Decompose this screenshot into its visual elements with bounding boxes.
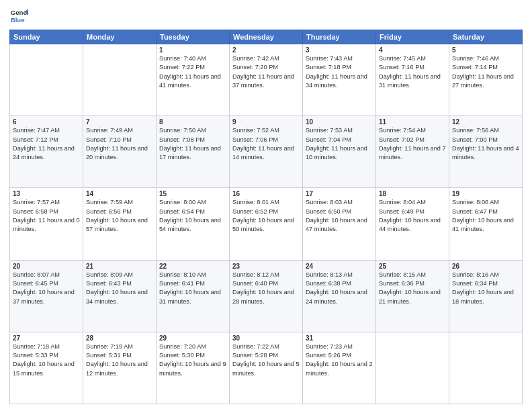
- day-number: 10: [306, 118, 373, 126]
- calendar-cell: 19Sunrise: 8:06 AMSunset: 6:47 PMDayligh…: [449, 188, 523, 260]
- calendar-cell: 30Sunrise: 7:22 AMSunset: 5:28 PMDayligh…: [230, 332, 303, 404]
- calendar-cell: 6Sunrise: 7:47 AMSunset: 7:12 PMDaylight…: [10, 116, 83, 188]
- day-number: 11: [379, 118, 446, 126]
- week-row-1: 1Sunrise: 7:40 AMSunset: 7:22 PMDaylight…: [10, 44, 523, 116]
- calendar: SundayMondayTuesdayWednesdayThursdayFrid…: [9, 30, 523, 404]
- calendar-cell: 2Sunrise: 7:42 AMSunset: 7:20 PMDaylight…: [230, 44, 303, 116]
- calendar-cell: 26Sunrise: 8:16 AMSunset: 6:34 PMDayligh…: [449, 260, 523, 332]
- calendar-cell: 10Sunrise: 7:53 AMSunset: 7:04 PMDayligh…: [303, 116, 376, 188]
- day-info: Sunrise: 7:54 AMSunset: 7:02 PMDaylight:…: [379, 126, 446, 162]
- calendar-cell: 18Sunrise: 8:04 AMSunset: 6:49 PMDayligh…: [376, 188, 449, 260]
- day-info: Sunrise: 7:23 AMSunset: 5:26 PMDaylight:…: [306, 342, 373, 378]
- calendar-cell: 20Sunrise: 8:07 AMSunset: 6:45 PMDayligh…: [10, 260, 83, 332]
- day-number: 5: [452, 46, 519, 54]
- weekday-header-saturday: Saturday: [449, 30, 523, 44]
- header: General Blue: [9, 7, 523, 26]
- day-info: Sunrise: 8:12 AMSunset: 6:40 PMDaylight:…: [232, 271, 300, 306]
- calendar-cell: 31Sunrise: 7:23 AMSunset: 5:26 PMDayligh…: [303, 332, 376, 404]
- day-number: 17: [306, 190, 373, 197]
- day-number: 13: [13, 190, 80, 197]
- day-info: Sunrise: 7:59 AMSunset: 6:56 PMDaylight:…: [86, 198, 153, 234]
- logo-icon: General Blue: [9, 7, 28, 26]
- day-info: Sunrise: 7:57 AMSunset: 6:58 PMDaylight:…: [13, 198, 80, 234]
- calendar-cell: 13Sunrise: 7:57 AMSunset: 6:58 PMDayligh…: [10, 188, 83, 260]
- day-number: 23: [232, 263, 300, 270]
- day-info: Sunrise: 8:13 AMSunset: 6:38 PMDaylight:…: [306, 271, 373, 306]
- week-row-4: 20Sunrise: 8:07 AMSunset: 6:45 PMDayligh…: [10, 260, 523, 332]
- weekday-header-wednesday: Wednesday: [230, 30, 303, 44]
- day-number: 16: [232, 190, 300, 197]
- day-info: Sunrise: 7:42 AMSunset: 7:20 PMDaylight:…: [232, 54, 300, 90]
- day-number: 4: [379, 46, 446, 54]
- calendar-cell: 21Sunrise: 8:09 AMSunset: 6:43 PMDayligh…: [83, 260, 157, 332]
- day-number: 29: [159, 334, 226, 342]
- day-info: Sunrise: 7:40 AMSunset: 7:22 PMDaylight:…: [159, 54, 226, 90]
- day-info: Sunrise: 7:53 AMSunset: 7:04 PMDaylight:…: [306, 126, 373, 162]
- calendar-cell: 3Sunrise: 7:43 AMSunset: 7:18 PMDaylight…: [303, 44, 376, 116]
- day-info: Sunrise: 7:49 AMSunset: 7:10 PMDaylight:…: [86, 126, 153, 162]
- calendar-cell: 9Sunrise: 7:52 AMSunset: 7:06 PMDaylight…: [230, 116, 303, 188]
- day-number: 2: [232, 46, 300, 54]
- week-row-3: 13Sunrise: 7:57 AMSunset: 6:58 PMDayligh…: [10, 188, 523, 260]
- day-number: 20: [13, 263, 80, 270]
- calendar-cell: 17Sunrise: 8:03 AMSunset: 6:50 PMDayligh…: [303, 188, 376, 260]
- calendar-cell: [10, 44, 83, 116]
- calendar-cell: 29Sunrise: 7:20 AMSunset: 5:30 PMDayligh…: [157, 332, 230, 404]
- day-number: 21: [86, 263, 153, 270]
- calendar-cell: 27Sunrise: 7:18 AMSunset: 5:33 PMDayligh…: [10, 332, 83, 404]
- day-info: Sunrise: 7:20 AMSunset: 5:30 PMDaylight:…: [159, 342, 226, 378]
- weekday-header-tuesday: Tuesday: [157, 30, 230, 44]
- calendar-cell: 11Sunrise: 7:54 AMSunset: 7:02 PMDayligh…: [376, 116, 449, 188]
- page: General Blue SundayMondayTuesdayWednesda…: [0, 0, 532, 411]
- day-info: Sunrise: 7:18 AMSunset: 5:33 PMDaylight:…: [13, 342, 80, 378]
- calendar-cell: [449, 332, 523, 404]
- weekday-header-monday: Monday: [83, 30, 157, 44]
- day-info: Sunrise: 7:47 AMSunset: 7:12 PMDaylight:…: [13, 126, 80, 162]
- day-info: Sunrise: 7:19 AMSunset: 5:31 PMDaylight:…: [86, 342, 153, 378]
- calendar-cell: 28Sunrise: 7:19 AMSunset: 5:31 PMDayligh…: [83, 332, 157, 404]
- calendar-cell: 8Sunrise: 7:50 AMSunset: 7:08 PMDaylight…: [157, 116, 230, 188]
- calendar-cell: 24Sunrise: 8:13 AMSunset: 6:38 PMDayligh…: [303, 260, 376, 332]
- day-number: 3: [306, 46, 373, 54]
- day-info: Sunrise: 7:50 AMSunset: 7:08 PMDaylight:…: [159, 126, 226, 162]
- weekday-header-friday: Friday: [376, 30, 449, 44]
- day-number: 15: [159, 190, 226, 197]
- calendar-cell: [83, 44, 157, 116]
- day-info: Sunrise: 7:43 AMSunset: 7:18 PMDaylight:…: [306, 54, 373, 90]
- day-number: 31: [306, 334, 373, 342]
- day-number: 30: [232, 334, 300, 342]
- day-number: 25: [379, 263, 446, 270]
- day-number: 19: [452, 190, 519, 197]
- day-number: 28: [86, 334, 153, 342]
- calendar-cell: 16Sunrise: 8:01 AMSunset: 6:52 PMDayligh…: [230, 188, 303, 260]
- svg-text:Blue: Blue: [11, 16, 25, 24]
- week-row-5: 27Sunrise: 7:18 AMSunset: 5:33 PMDayligh…: [10, 332, 523, 404]
- calendar-cell: 7Sunrise: 7:49 AMSunset: 7:10 PMDaylight…: [83, 116, 157, 188]
- calendar-cell: [376, 332, 449, 404]
- day-number: 27: [13, 334, 80, 342]
- calendar-cell: 5Sunrise: 7:46 AMSunset: 7:14 PMDaylight…: [449, 44, 523, 116]
- day-number: 8: [159, 118, 226, 126]
- calendar-cell: 22Sunrise: 8:10 AMSunset: 6:41 PMDayligh…: [157, 260, 230, 332]
- day-number: 9: [232, 118, 300, 126]
- logo: General Blue: [9, 7, 28, 26]
- day-info: Sunrise: 8:01 AMSunset: 6:52 PMDaylight:…: [232, 198, 300, 234]
- day-info: Sunrise: 7:46 AMSunset: 7:14 PMDaylight:…: [452, 54, 519, 90]
- day-info: Sunrise: 8:15 AMSunset: 6:36 PMDaylight:…: [379, 271, 446, 306]
- calendar-cell: 12Sunrise: 7:56 AMSunset: 7:00 PMDayligh…: [449, 116, 523, 188]
- day-info: Sunrise: 8:06 AMSunset: 6:47 PMDaylight:…: [452, 198, 519, 234]
- day-info: Sunrise: 8:16 AMSunset: 6:34 PMDaylight:…: [452, 271, 519, 306]
- calendar-cell: 1Sunrise: 7:40 AMSunset: 7:22 PMDaylight…: [157, 44, 230, 116]
- day-info: Sunrise: 8:04 AMSunset: 6:49 PMDaylight:…: [379, 198, 446, 234]
- day-number: 7: [86, 118, 153, 126]
- day-number: 22: [159, 263, 226, 270]
- weekday-header-sunday: Sunday: [10, 30, 83, 44]
- calendar-cell: 14Sunrise: 7:59 AMSunset: 6:56 PMDayligh…: [83, 188, 157, 260]
- calendar-cell: 15Sunrise: 8:00 AMSunset: 6:54 PMDayligh…: [157, 188, 230, 260]
- day-info: Sunrise: 7:56 AMSunset: 7:00 PMDaylight:…: [452, 126, 519, 162]
- week-row-2: 6Sunrise: 7:47 AMSunset: 7:12 PMDaylight…: [10, 116, 523, 188]
- day-info: Sunrise: 8:07 AMSunset: 6:45 PMDaylight:…: [13, 271, 80, 306]
- day-number: 14: [86, 190, 153, 197]
- day-number: 18: [379, 190, 446, 197]
- calendar-cell: 4Sunrise: 7:45 AMSunset: 7:16 PMDaylight…: [376, 44, 449, 116]
